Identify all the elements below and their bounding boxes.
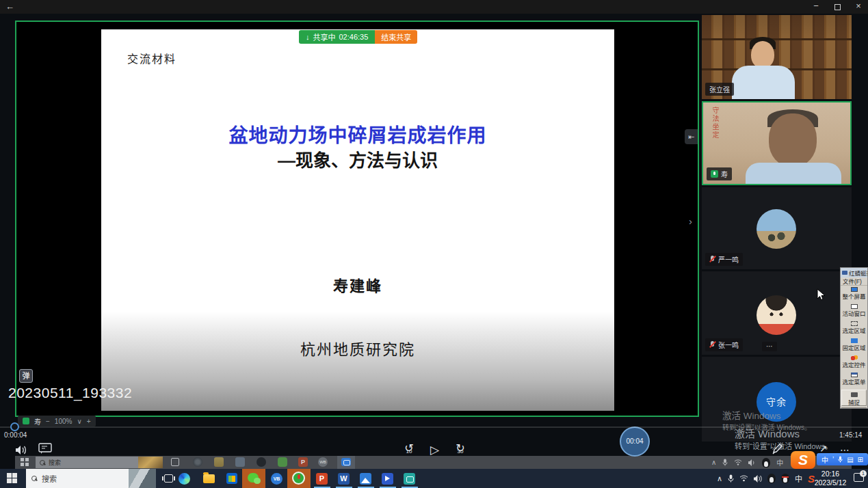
capture-menu-file[interactable]: 文件(F) xyxy=(841,277,867,286)
camera-icon xyxy=(842,271,847,275)
tray-mic-icon[interactable] xyxy=(728,474,734,483)
zoom-out-button[interactable]: − xyxy=(46,418,50,425)
sidebar-collapse-button[interactable]: ⇤ xyxy=(685,129,698,144)
skip-forward-label: 30 xyxy=(451,448,469,455)
participant-video-4[interactable]: 张一鸣 ⋯ xyxy=(702,271,852,355)
participant-name: 寿 xyxy=(721,169,728,179)
sogou-skin-icon[interactable]: ⊞ xyxy=(858,456,863,463)
photos-icon[interactable] xyxy=(360,473,371,485)
minimize-button[interactable]: − xyxy=(811,2,821,12)
sogou-keyboard-icon[interactable]: ▤ xyxy=(847,456,853,463)
participant-more-button[interactable]: ⋯ xyxy=(762,342,777,351)
notification-center-icon[interactable]: 1 xyxy=(854,473,864,482)
skip-back-10-button[interactable]: ↺ 10 xyxy=(400,444,418,459)
recorded-edge-icon xyxy=(193,457,202,467)
sogou-toolbar[interactable]: 中 ’ ▤ ⊞ xyxy=(817,453,868,465)
share-status-label: 共享中 xyxy=(313,31,336,42)
capture-mode-fullscreen[interactable]: 整个屏幕 xyxy=(841,287,867,303)
bookshelf-line xyxy=(702,38,852,40)
stop-share-button[interactable]: 结束共享 xyxy=(375,30,417,44)
participant-video-2-active-speaker[interactable]: 守法坐定 寿 xyxy=(702,101,852,185)
maximize-button[interactable] xyxy=(834,4,841,10)
clock-time: 20:16 xyxy=(811,470,850,478)
capture-app-attention[interactable] xyxy=(287,469,311,488)
expand-chevron-icon[interactable]: › xyxy=(689,215,692,227)
task-view-button[interactable] xyxy=(164,474,173,483)
taskbar-search-box[interactable]: 搜索 xyxy=(26,469,156,488)
zoom-level[interactable]: 100% xyxy=(55,418,73,425)
capture-mode-window[interactable]: 活动窗口 xyxy=(841,304,867,320)
search-placeholder: 搜索 xyxy=(49,458,61,467)
microsoft-store-icon[interactable] xyxy=(226,473,237,484)
seek-bar[interactable] xyxy=(0,426,868,428)
tray-network-icon[interactable] xyxy=(739,475,748,482)
tray-qq-icon-2[interactable] xyxy=(781,474,789,483)
recorded-task-view-icon xyxy=(171,458,179,466)
capture-button[interactable]: 捕捉 xyxy=(841,390,867,406)
volume-icon[interactable] xyxy=(15,445,27,455)
slide-author: 寿建峰 xyxy=(101,273,614,295)
tray-chevron-icon[interactable]: ∧ xyxy=(717,474,722,483)
slide-subtitle: —现象、方法与认识 xyxy=(101,146,614,172)
screen-icon xyxy=(851,287,858,292)
window-titlebar xyxy=(0,0,868,14)
fullscreen-icon[interactable]: ↗ xyxy=(819,443,828,454)
capture-mode-menu[interactable]: 选定菜单 xyxy=(841,372,867,388)
play-button[interactable]: ▷ xyxy=(430,443,439,457)
participant-2-figure xyxy=(746,163,841,185)
start-button[interactable] xyxy=(7,473,18,484)
camera-app-icon[interactable] xyxy=(404,473,415,485)
capture-panel-titlebar[interactable]: 红蜻蜓抓 xyxy=(841,268,867,277)
share-status: ↓ 共享中 02:46:35 xyxy=(299,30,375,44)
search-icon xyxy=(40,460,45,465)
participant-video-3[interactable]: 严一鸣 xyxy=(702,187,852,269)
mic-muted-icon xyxy=(709,256,715,263)
slide-tag: 交流材料 xyxy=(127,50,176,66)
watermark-line1: 激活 Windows xyxy=(722,408,811,422)
taskbar: 搜索 VB P W ∧ 中 S 20:16 2023 xyxy=(0,469,868,488)
mic-active-icon xyxy=(711,170,718,178)
screen: ← − × 交流材料 盆地动力场中碎屑岩成岩作用 —现象、方法与认识 寿建峰 杭… xyxy=(0,0,868,488)
control-icon xyxy=(851,355,858,360)
tray-qq-icon[interactable] xyxy=(767,474,776,483)
wall-calligraphy: 守法坐定 xyxy=(710,107,720,139)
films-tv-icon[interactable] xyxy=(382,473,393,485)
presentation-slide: 交流材料 盆地动力场中碎屑岩成岩作用 —现象、方法与认识 寿建峰 杭州地质研究院 xyxy=(101,29,614,411)
participant-video-1[interactable]: 张立强 xyxy=(702,15,852,99)
tray-volume-icon[interactable] xyxy=(754,475,762,483)
word-icon[interactable]: W xyxy=(338,473,350,485)
zoom-in-button[interactable]: + xyxy=(87,418,91,425)
close-button[interactable]: × xyxy=(854,1,863,11)
sogou-logo[interactable]: S xyxy=(791,451,815,469)
slide-title: 盆地动力场中碎屑岩成岩作用 xyxy=(101,120,614,148)
participant-name: 张一鸣 xyxy=(718,340,739,350)
capture-mode-control[interactable]: 选定控件 xyxy=(841,355,867,371)
watermark-line2: 转到“设置”以激活 Windows。 xyxy=(735,440,832,451)
participant-name: 严一鸣 xyxy=(718,254,739,265)
file-explorer-icon[interactable] xyxy=(203,474,215,483)
recorded-education-app-icon xyxy=(257,457,266,467)
participant-name: 张立强 xyxy=(709,84,730,94)
display-chat-icon[interactable] xyxy=(38,443,52,455)
taskbar-clock[interactable]: 20:16 2023/5/12 xyxy=(811,470,850,487)
danmaku-toggle[interactable]: 弹 xyxy=(19,369,33,383)
sogou-punct-icon[interactable]: ’ xyxy=(832,456,834,463)
sogou-ime-mode[interactable]: 中 xyxy=(821,455,828,465)
zoom-caret-icon[interactable]: ∨ xyxy=(77,418,81,425)
capture-mode-region[interactable]: 选定区域 xyxy=(841,321,867,337)
back-icon[interactable]: ← xyxy=(5,1,14,12)
capture-mode-fixed-region[interactable]: 固定区域 xyxy=(841,338,867,354)
recorded-wb-app-icon: WB xyxy=(318,457,328,467)
seek-handle[interactable] xyxy=(10,422,19,431)
tray-ime-indicator[interactable]: 中 xyxy=(795,473,802,484)
vb-app-icon[interactable]: VB xyxy=(271,473,282,485)
recorded-taskbar: 搜索 P WB ∧ 中 2023/5/11 xyxy=(15,456,852,469)
skip-forward-30-button[interactable]: ↻ 30 xyxy=(451,444,469,459)
wechat-taskbar-attention[interactable] xyxy=(242,469,265,488)
powerpoint-icon[interactable]: P xyxy=(316,473,328,485)
sogou-mic-icon[interactable] xyxy=(838,456,843,463)
clock-date: 2023/5/12 xyxy=(811,478,850,487)
annotate-pencil-icon[interactable] xyxy=(772,443,783,455)
edge-icon[interactable] xyxy=(179,473,190,485)
search-highlight-image xyxy=(138,457,163,468)
